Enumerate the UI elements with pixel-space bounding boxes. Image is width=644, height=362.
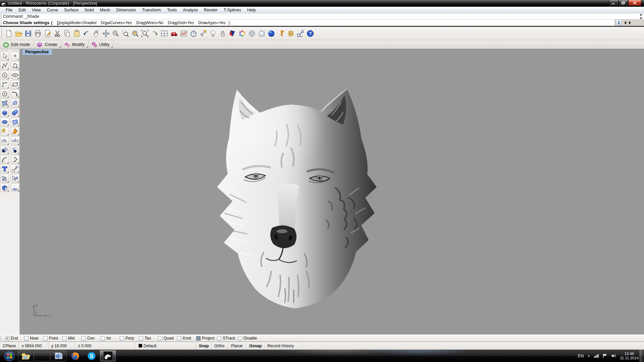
toolbar-paste-button[interactable]	[72, 28, 82, 39]
osnap-perp[interactable]: Perp	[120, 336, 139, 341]
mid-checkbox[interactable]	[62, 336, 67, 341]
viewport-title[interactable]: Perspective	[22, 49, 52, 55]
command-option-drawcurves[interactable]: DrawCurves=Yes	[101, 20, 132, 25]
hidden-icons-button[interactable]: ▲	[587, 354, 590, 357]
menu-surface[interactable]: Surface	[61, 7, 82, 13]
sidebar-box-button[interactable]	[0, 108, 9, 117]
sidebar-rectangle-button[interactable]	[11, 80, 19, 89]
menu-dimension[interactable]: Dimension	[113, 7, 139, 13]
toolbar-lock-button[interactable]	[218, 28, 227, 39]
toolbar-control-points-button[interactable]	[198, 28, 208, 39]
cplane-selector[interactable]: CPlane	[0, 342, 19, 350]
sidebar-handle-curve-button[interactable]	[11, 89, 19, 98]
toolbar-grip[interactable]	[1, 28, 2, 39]
toolbar-move-scale-button[interactable]	[296, 28, 305, 39]
scroll-down-icon[interactable]	[640, 17, 642, 19]
toolbar-open-file-button[interactable]	[13, 28, 23, 39]
taskbar-skype-app[interactable]	[84, 350, 99, 361]
sidebar-arc-button[interactable]	[0, 80, 9, 89]
status-toggle-record-history[interactable]: Record History	[265, 342, 302, 350]
toolbar-undo-button[interactable]	[82, 28, 91, 39]
sidebar-split-button[interactable]	[11, 136, 19, 145]
osnap-disable[interactable]: Disable	[238, 336, 259, 341]
toolbar-rotate-view-button[interactable]	[101, 28, 111, 39]
prompt-spinner[interactable]	[616, 20, 622, 25]
toolbar-drive-car-button[interactable]	[169, 28, 179, 39]
minimize-button[interactable]	[609, 0, 619, 6]
toolbar-color-wheel-button[interactable]	[237, 28, 247, 39]
sidebar-patch-surface-button[interactable]	[11, 99, 19, 108]
tab-create[interactable]: Create	[34, 40, 62, 49]
sidebar-circle-button[interactable]	[0, 71, 9, 79]
sidebar-solid-box-button[interactable]	[0, 183, 9, 192]
sidebar-text-button[interactable]	[0, 165, 9, 173]
toolbar-options-gear-button[interactable]	[286, 28, 296, 39]
sidebar-mesh-surface-button[interactable]	[11, 118, 19, 126]
restore-button[interactable]	[619, 0, 628, 6]
menu-file[interactable]: File	[3, 7, 15, 13]
osnap-near[interactable]: Near	[24, 336, 43, 341]
toolbar-zoom-window-button[interactable]	[120, 28, 130, 39]
cen-checkbox[interactable]	[82, 336, 86, 341]
osnap-cen[interactable]: Cen	[82, 336, 101, 341]
toolbar-copy-button[interactable]	[62, 28, 72, 39]
toolbar-shaded-display-button[interactable]	[227, 28, 237, 39]
status-toggle-ortho[interactable]: Ortho	[212, 342, 228, 350]
command-scrollbar[interactable]	[638, 14, 643, 19]
toolbar-zoom-selected-button[interactable]	[130, 28, 140, 39]
taskbar-mail-agent-app[interactable]	[34, 350, 50, 361]
toolbar-viewport-layout-button[interactable]	[159, 28, 169, 39]
project-checkbox[interactable]	[196, 336, 201, 341]
menu-transform[interactable]: Transform	[139, 7, 164, 13]
tab-edit-mode[interactable]: Edit mode	[1, 40, 34, 49]
toolbar-print-button[interactable]	[33, 28, 43, 39]
sidebar-array-button[interactable]	[11, 174, 19, 183]
command-option-displaymode[interactable]: DisplayMode=Shaded	[57, 20, 96, 25]
menu-tools[interactable]: Tools	[164, 7, 180, 13]
osnap-mid[interactable]: Mid	[62, 336, 82, 341]
clock[interactable]: 12:45 11.11.2014	[620, 352, 639, 360]
prompt-forward-arrow-icon[interactable]	[629, 21, 631, 24]
menu-edit[interactable]: Edit	[15, 7, 29, 13]
knot-checkbox[interactable]	[177, 336, 181, 341]
int-checkbox[interactable]	[101, 336, 105, 341]
sidebar-ellipse-button[interactable]	[11, 71, 19, 79]
close-button[interactable]	[628, 0, 641, 6]
command-option-drawaxes[interactable]: DrawAxes=Yes	[198, 20, 226, 25]
toolbar-undo-view-button[interactable]	[150, 28, 159, 39]
tab-modify[interactable]: Modify	[62, 40, 89, 49]
taskbar-rhinoceros-app[interactable]	[100, 350, 116, 361]
toolbar-help-button[interactable]	[305, 28, 315, 39]
point-checkbox[interactable]	[43, 336, 48, 341]
taskbar-explorer-app[interactable]	[18, 350, 34, 361]
command-prompt-line[interactable]: Choose Shade settings ( DisplayMode=Shad…	[0, 19, 644, 26]
osnap-strack[interactable]: STrack	[217, 336, 238, 341]
strack-checkbox[interactable]	[217, 336, 221, 341]
sidebar-point-button[interactable]	[11, 52, 19, 61]
sidebar-boolean-difference-button[interactable]	[11, 146, 19, 155]
sidebar-explode-button[interactable]	[11, 127, 19, 136]
toolbar-new-file-button[interactable]	[4, 28, 13, 39]
menu-help[interactable]: Help	[244, 7, 259, 13]
sidebar-sphere-button[interactable]	[11, 108, 19, 117]
sidebar-trim-button[interactable]	[0, 136, 9, 145]
osnap-quad[interactable]: Quad	[158, 336, 177, 341]
taskbar-start-button[interactable]	[1, 350, 17, 361]
status-toggle-snap[interactable]: Snap	[196, 342, 212, 350]
osnap-knot[interactable]: Knot	[177, 336, 196, 341]
status-toggle-planar[interactable]: Planar	[228, 342, 247, 350]
command-option-drawwires[interactable]: DrawWires=No	[136, 20, 163, 25]
osnap-project[interactable]: Project	[196, 336, 217, 341]
toolbar-selection-filter-button[interactable]	[276, 28, 286, 39]
menu-render[interactable]: Render	[201, 7, 221, 13]
osnap-grip[interactable]	[0, 335, 2, 341]
toolbar-shaded-sphere-button[interactable]	[266, 28, 276, 39]
end-checkbox[interactable]: ✓	[5, 336, 9, 341]
status-toggle-osnap[interactable]: Osnap	[247, 342, 265, 350]
toolbar-zoom-extents-button[interactable]	[140, 28, 150, 39]
menu-mesh[interactable]: Mesh	[97, 7, 113, 13]
sidebar-interpolate-curve-button[interactable]	[11, 61, 19, 70]
spinner-down-icon[interactable]	[618, 23, 620, 25]
toolbar-save-button[interactable]	[23, 28, 33, 39]
toolbar-map-button[interactable]	[179, 28, 189, 39]
